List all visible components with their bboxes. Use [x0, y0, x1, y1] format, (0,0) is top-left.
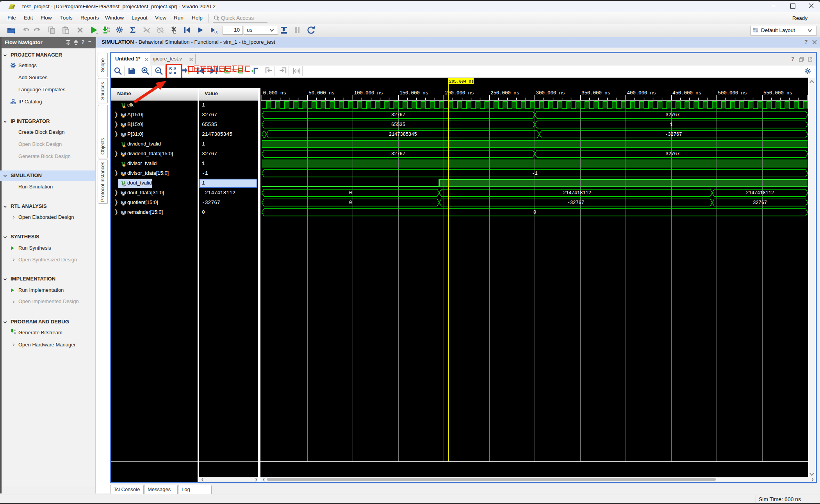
svg-text:32767: 32767 — [391, 112, 405, 118]
svg-text:350.000 ns: 350.000 ns — [581, 90, 610, 96]
svg-text:01: 01 — [107, 27, 110, 30]
svg-text:10: 10 — [14, 332, 16, 334]
svg-text:250.000 ns: 250.000 ns — [490, 90, 519, 96]
svg-text:400.000 ns: 400.000 ns — [627, 90, 656, 96]
svg-text:-32767: -32767 — [567, 200, 584, 206]
svg-text:-32767: -32767 — [663, 112, 679, 118]
svg-text:550.000 ns: 550.000 ns — [763, 90, 792, 96]
svg-text:0.000 ns: 0.000 ns — [263, 90, 286, 96]
svg-text:1: 1 — [670, 122, 672, 128]
svg-text:32767: 32767 — [391, 151, 405, 157]
svg-text:100.000 ns: 100.000 ns — [354, 90, 383, 96]
svg-text:50.000 ns: 50.000 ns — [308, 90, 334, 96]
svg-text:10: 10 — [107, 30, 110, 33]
svg-text:(T): (T) — [214, 30, 219, 34]
svg-text:-32767: -32767 — [665, 132, 682, 137]
svg-text:2147385345: 2147385345 — [389, 132, 417, 137]
svg-text:200.000 ns: 200.000 ns — [445, 90, 474, 96]
svg-text:450.000 ns: 450.000 ns — [672, 90, 701, 96]
svg-text:500.000 ns: 500.000 ns — [718, 90, 747, 96]
svg-text:32767: 32767 — [753, 200, 767, 206]
svg-text:300.000 ns: 300.000 ns — [536, 90, 565, 96]
svg-text:205.004 ns: 205.004 ns — [449, 79, 474, 84]
svg-text:65535: 65535 — [391, 122, 405, 128]
svg-text:150.000 ns: 150.000 ns — [399, 90, 428, 96]
svg-text:2147418112: 2147418112 — [746, 190, 774, 196]
svg-text:-2147418112: -2147418112 — [560, 190, 591, 196]
svg-text:0: 0 — [533, 210, 536, 215]
svg-text:Σ: Σ — [130, 26, 135, 34]
svg-text:0: 0 — [349, 190, 352, 196]
svg-text:-1: -1 — [532, 171, 537, 176]
svg-text:-32767: -32767 — [663, 151, 679, 157]
svg-text:0: 0 — [349, 200, 352, 206]
